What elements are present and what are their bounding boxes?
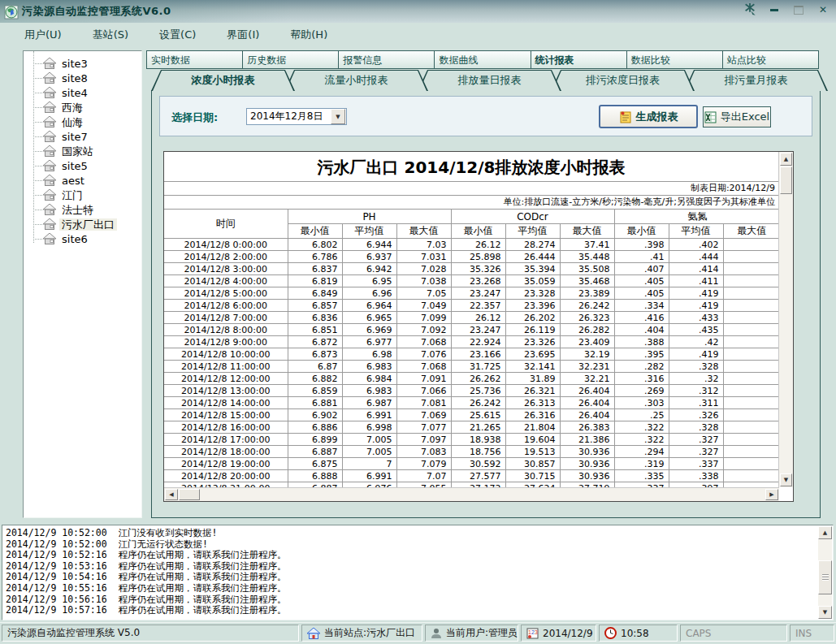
cell-value: 6.987 — [342, 397, 396, 409]
menu-item[interactable]: 设置(C) — [159, 28, 196, 42]
sidebar-item-site[interactable]: site4 — [24, 85, 141, 100]
tree-connector-line — [33, 210, 42, 210]
status-bar: 污染源自动监控管理系统 V5.0 当前站点:污水厂出口 当前用户:管理员 1 2… — [0, 622, 836, 644]
sidebar-item-site[interactable]: 法士特 — [24, 202, 141, 217]
site-label: site8 — [59, 72, 90, 84]
vertical-scroll-thumb[interactable] — [780, 166, 792, 194]
calendar-icon: 1 2 3 — [526, 628, 539, 639]
sidebar-item-site[interactable]: site8 — [24, 71, 141, 85]
table-row: 2014/12/8 9:00:006.8726.9777.06822.92423… — [164, 336, 778, 348]
cell-value: .25 — [614, 409, 669, 421]
cell-value: 26.404 — [560, 385, 614, 397]
report-vertical-scrollbar[interactable]: ▲ ▼ — [778, 152, 793, 487]
site-label: 江门 — [59, 189, 85, 201]
app-window: 污染源自动监控管理系统V6.0 ✕ 用户(U)基站(S)设置(C)界面(I)帮助… — [0, 0, 836, 644]
scroll-right-arrow-icon[interactable]: ▶ — [765, 489, 778, 500]
main-tab[interactable]: 数据曲线 — [435, 50, 531, 69]
log-scroll-down-icon[interactable]: ▼ — [818, 606, 832, 619]
sidebar-item-site[interactable]: aest — [24, 173, 141, 188]
report-viewer: 污水厂出口 2014/12/8排放浓度小时报表 制表日期:2014/12/9 单… — [163, 151, 794, 502]
cell-value: 19.513 — [505, 446, 560, 458]
cell-value: 7.069 — [396, 409, 451, 421]
sidebar-item-site[interactable]: 国家站 — [24, 144, 141, 158]
log-line: 2014/12/9 10:57:16 程序仍在试用期，请联系我们注册程序。 — [6, 605, 815, 616]
generate-report-button[interactable]: 生成报表 — [599, 105, 698, 128]
sidebar-item-site[interactable]: site7 — [24, 129, 141, 144]
sidebar-item-site[interactable]: 污水厂出口 — [24, 217, 141, 231]
cell-time: 2014/12/8 20:00:00 — [164, 470, 288, 482]
main-tab[interactable]: 数据比较 — [627, 50, 723, 69]
scroll-left-arrow-icon[interactable]: ◀ — [165, 489, 178, 500]
maximize-button[interactable] — [792, 3, 805, 16]
main-tab[interactable]: 报警信息 — [339, 50, 435, 69]
sidebar-item-site[interactable]: 江门 — [24, 188, 141, 202]
report-horizontal-scrollbar[interactable]: ◀ ▶ — [164, 487, 779, 501]
log-scroll-up-icon[interactable]: ▲ — [818, 526, 832, 539]
sidebar-item-site[interactable]: 仙海 — [24, 115, 141, 129]
site-label: 污水厂出口 — [59, 218, 117, 231]
cell-value: .326 — [669, 409, 723, 421]
horizontal-scroll-thumb[interactable] — [179, 489, 200, 500]
close-button[interactable]: ✕ — [817, 3, 830, 16]
report-tab[interactable]: 排污量月报表 — [684, 70, 828, 91]
report-tab[interactable]: 流量小时报表 — [284, 70, 428, 91]
col-sub-header: 平均值 — [669, 224, 723, 239]
main-tab[interactable]: 统计报表 — [531, 50, 627, 69]
cell-time: 2014/12/8 16:00:00 — [164, 421, 288, 434]
cell-value: 31.89 — [505, 373, 560, 385]
status-ins-text: INS — [795, 628, 812, 639]
sidebar-item-site[interactable]: 西海 — [24, 100, 141, 115]
cell-value: 6.984 — [342, 373, 396, 385]
export-excel-button[interactable]: 导出Excel — [703, 106, 771, 128]
cell-value: 7.079 — [396, 458, 451, 470]
log-scroll-thumb[interactable] — [818, 560, 832, 594]
cell-clipped — [723, 287, 778, 300]
log-vertical-scrollbar[interactable]: ▲ ▼ — [818, 526, 832, 619]
cell-value: 26.316 — [505, 409, 560, 421]
col-sub-header: 平均值 — [342, 224, 396, 239]
scroll-down-arrow-icon[interactable]: ▼ — [780, 473, 792, 486]
minimize-button[interactable] — [768, 3, 781, 16]
table-row: 2014/12/8 10:00:006.8736.987.07623.16623… — [164, 348, 778, 361]
scroll-up-arrow-icon[interactable]: ▲ — [780, 153, 792, 166]
cell-value: 7.099 — [396, 312, 451, 324]
site-house-icon — [43, 116, 56, 128]
main-tab[interactable]: 实时数据 — [146, 50, 243, 69]
cell-value: 6.964 — [342, 300, 396, 312]
menu-item[interactable]: 基站(S) — [93, 28, 128, 42]
cell-value: .419 — [669, 300, 723, 312]
menu-item[interactable]: 帮助(H) — [290, 28, 327, 42]
cell-time: 2014/12/8 3:00:00 — [164, 263, 288, 275]
cell-clipped — [723, 275, 778, 287]
sidebar-item-site[interactable]: site3 — [24, 56, 141, 71]
cell-value: 6.881 — [288, 397, 342, 409]
cell-value: 23.328 — [505, 287, 560, 300]
report-tab[interactable]: 浓度小时报表 — [151, 70, 295, 91]
sidebar-item-site[interactable]: site6 — [24, 231, 141, 246]
cell-value: 6.886 — [288, 421, 342, 434]
site-label: 仙海 — [59, 116, 85, 128]
cell-value: .404 — [614, 324, 669, 336]
menu-item[interactable]: 用户(U) — [24, 28, 62, 42]
cell-value: .322 — [614, 434, 669, 446]
cell-value: .337 — [669, 458, 723, 470]
cell-time: 2014/12/8 15:00:00 — [164, 409, 288, 421]
main-tab[interactable]: 历史数据 — [243, 50, 339, 69]
date-picker[interactable]: 2014年12月8日 ▼ — [246, 108, 347, 125]
table-row: 2014/12/8 2:00:006.7866.9377.03125.89826… — [164, 251, 778, 263]
report-tab[interactable]: 排污浓度日报表 — [551, 70, 695, 91]
main-tab[interactable]: 站点比较 — [723, 50, 819, 69]
cell-value: .312 — [669, 385, 723, 397]
report-tab[interactable]: 排放量日报表 — [418, 70, 561, 91]
cell-clipped — [723, 397, 778, 409]
cell-value: 23.409 — [560, 336, 614, 348]
sidebar-item-site[interactable]: site5 — [24, 158, 141, 173]
report-made-date: 制表日期:2014/12/9 — [164, 182, 778, 196]
chevron-down-icon[interactable]: ▼ — [331, 109, 345, 124]
cell-value: 32.21 — [560, 373, 614, 385]
cell-value: 6.95 — [342, 275, 396, 287]
tree-connector-line — [33, 122, 42, 123]
table-row: 2014/12/8 18:00:006.8877.0057.08318.7561… — [164, 446, 778, 458]
cell-value: 37.41 — [560, 239, 614, 251]
menu-item[interactable]: 界面(I) — [227, 28, 259, 42]
